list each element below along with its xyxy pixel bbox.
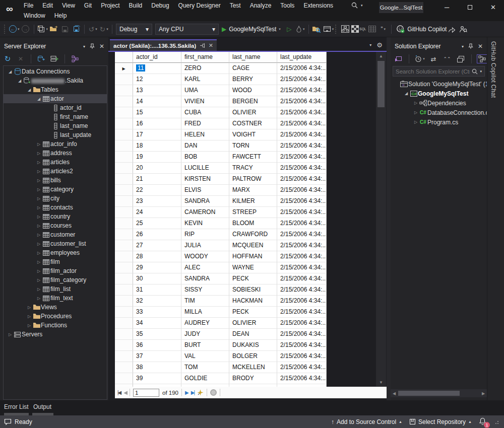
grid-cell[interactable]: 2/15/2006 4:34:... [277, 152, 327, 163]
table-row[interactable]: 19BOBFAWCETT2/15/2006 4:34:... [115, 152, 327, 163]
expand-arrow-icon[interactable]: ▷ [36, 169, 42, 174]
github-copilot-button[interactable]: GitHub Copilot [396, 25, 447, 33]
diagram-pane-button[interactable] [340, 24, 350, 35]
tree-item-film-actor[interactable]: ▷film_actor [4, 266, 107, 275]
column-header-actor_id[interactable]: actor_id [133, 52, 181, 63]
row-selector-cell[interactable] [115, 296, 133, 307]
collapse-arrow-icon[interactable]: ◢ [403, 91, 409, 96]
table-row[interactable]: 28WOODYHOFFMAN2/15/2006 4:34:... [115, 251, 327, 262]
expand-arrow-icon[interactable]: ▷ [413, 101, 419, 105]
navigate-forward-button[interactable]: → [21, 24, 31, 35]
gear-icon[interactable]: ⚙ [376, 41, 383, 49]
scroll-up-icon[interactable]: ▲ [376, 52, 386, 60]
grid-cell[interactable]: 24 [133, 207, 181, 218]
grid-cell[interactable]: LUCILLE [181, 163, 229, 174]
grid-cell[interactable]: BURT [181, 340, 229, 351]
solution-horizontal-scrollbar[interactable]: ◀ ▶ [391, 389, 487, 397]
menu-tools[interactable]: Tools [276, 1, 299, 11]
tree-item-film-list[interactable]: ▷film_list [4, 284, 107, 294]
table-row[interactable]: 35JUDYDEAN2/15/2006 4:34:... [115, 329, 327, 340]
row-selector-cell[interactable] [115, 185, 133, 196]
grid-cell[interactable]: JUDY [181, 329, 229, 340]
scroll-down-icon[interactable]: ▼ [376, 378, 386, 386]
row-selector-cell[interactable] [115, 307, 133, 318]
select-repository-button[interactable]: Select Repository ▲ [409, 418, 472, 425]
table-row[interactable]: 13UMAWOOD2/15/2006 4:34:... [115, 85, 327, 96]
record-position-input[interactable] [133, 389, 159, 397]
redo-button[interactable]: ↻▾ [99, 24, 109, 35]
share-button[interactable] [447, 24, 457, 35]
grid-cell[interactable]: ZERO [181, 63, 229, 74]
row-selector-cell[interactable] [115, 273, 133, 284]
grid-cell[interactable]: 2/15/2006 4:34:... [277, 129, 327, 140]
row-selector-cell[interactable] [115, 329, 133, 340]
tree-item-courses[interactable]: ▷courses [4, 221, 107, 230]
scroll-left-icon[interactable]: ◀ [391, 389, 398, 397]
save-all-button[interactable] [71, 24, 81, 35]
grid-cell[interactable]: 20 [133, 163, 181, 174]
grid-cell[interactable]: 36 [133, 340, 181, 351]
expand-arrow-icon[interactable]: ▷ [413, 120, 419, 124]
expand-arrow-icon[interactable]: ▷ [36, 287, 42, 292]
tree-item-contacts[interactable]: ▷contacts [4, 203, 107, 212]
grid-cell[interactable]: KILMER [229, 196, 277, 207]
tree-item-last-name[interactable]: last_name [4, 121, 107, 130]
column-header-last_update[interactable]: last_update [277, 52, 327, 63]
table-row[interactable]: 26RIPCRAWFORD2/15/2006 4:34:... [115, 229, 327, 240]
tree-item-tables[interactable]: ◢Tables [4, 85, 107, 94]
menu-project[interactable]: Project [96, 1, 124, 11]
table-row[interactable]: 39GOLDIEBRODY2/15/2006 4:34:... [115, 373, 327, 384]
menu-query-designer[interactable]: Query Designer [174, 1, 225, 11]
grid-cell[interactable]: WAYNE [229, 262, 277, 273]
table-row[interactable]: 16FREDCOSTNER2/15/2006 4:34:... [115, 118, 327, 129]
move-first-button[interactable]: |◀ [117, 390, 120, 395]
grid-cell[interactable]: 2/15/2006 4:34:... [277, 307, 327, 318]
pin-icon[interactable] [468, 43, 473, 49]
table-row[interactable]: 38TOMMCKELLEN2/15/2006 4:34:... [115, 362, 327, 373]
tree-item-solution-googlemysqltest-1[interactable]: ∞Solution 'GoogleMySqlTest' (1 [391, 79, 487, 89]
output-tab[interactable]: Output [33, 403, 51, 410]
table-row[interactable]: 18DANTORN2/15/2006 4:34:... [115, 140, 327, 152]
tree-item-data-connections[interactable]: ◢Data Connections [4, 67, 107, 76]
tree-item-views[interactable]: ▷Views [4, 303, 107, 312]
solution-platform-dropdown[interactable]: Any CPU▾ [155, 24, 219, 35]
sync-with-active-document-button[interactable]: ⇄ [428, 53, 438, 64]
tree-item-bills[interactable]: ▷bills [4, 176, 107, 185]
add-new-row-icon[interactable] [197, 389, 204, 396]
grid-cell[interactable]: CUBA [181, 107, 229, 118]
tree-item-category[interactable]: ▷category [4, 185, 107, 194]
grid-cell[interactable]: 28 [133, 251, 181, 262]
menu-git[interactable]: Git [80, 1, 96, 11]
grid-cell[interactable]: MCKELLEN [229, 362, 277, 373]
table-row[interactable]: 25KEVINBLOOM2/15/2006 4:34:... [115, 218, 327, 229]
grid-cell[interactable]: 19 [133, 152, 181, 163]
grid-cell[interactable]: CAMERON [181, 207, 229, 218]
pin-icon[interactable] [90, 43, 95, 49]
tree-item-functions[interactable]: ▷Functions [4, 321, 107, 330]
preview-selected-items-button[interactable] [456, 53, 466, 64]
table-row[interactable]: 37VALBOLGER2/15/2006 4:34:... [115, 351, 327, 362]
expand-arrow-icon[interactable]: ▷ [36, 224, 42, 228]
quick-search-button[interactable]: ▾ [351, 2, 363, 9]
grid-cell[interactable]: ELVIS [181, 185, 229, 196]
maximize-button[interactable] [459, 0, 481, 14]
menu-file[interactable]: File [19, 1, 38, 11]
document-tab[interactable]: actor (Sakila):....136.35.Sakila) ✕ [110, 39, 217, 51]
tree-item-customer-list[interactable]: ▷customer_list [4, 239, 107, 248]
grid-cell[interactable]: 2/15/2006 4:34:... [277, 185, 327, 196]
tree-item-city[interactable]: ▷city [4, 194, 107, 203]
row-selector-cell[interactable] [115, 74, 133, 85]
tree-item-last-update[interactable]: last_update [4, 130, 107, 139]
grid-vertical-scrollbar[interactable]: ▲ ▼ [376, 52, 386, 386]
grid-cell[interactable]: 30 [133, 273, 181, 284]
grid-cell[interactable]: 29 [133, 262, 181, 273]
grid-cell[interactable]: 2/15/2006 4:34:... [277, 362, 327, 373]
feedback-bubble-icon[interactable] [4, 418, 12, 425]
grid-cell[interactable]: COSTNER [229, 118, 277, 129]
table-row[interactable]: 17HELENVOIGHT2/15/2006 4:34:... [115, 129, 327, 140]
grid-cell[interactable]: MARX [229, 185, 277, 196]
grid-cell[interactable]: MILLA [181, 307, 229, 318]
grid-cell[interactable]: 2/15/2006 4:34:... [277, 96, 327, 107]
grid-cell[interactable]: 2/15/2006 4:34:... [277, 262, 327, 273]
grid-cell[interactable]: 2/15/2006 4:34:... [277, 74, 327, 85]
